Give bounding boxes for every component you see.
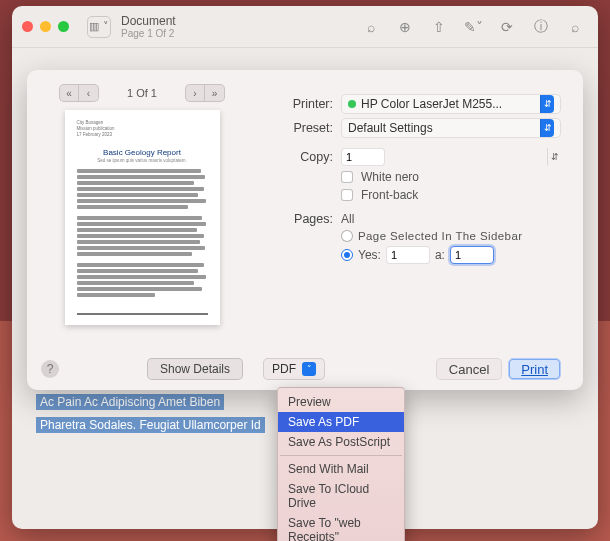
chevron-updown-icon: ⇵ [540, 119, 554, 137]
zoom-window[interactable] [58, 21, 69, 32]
doc-title: Document [121, 14, 176, 28]
menu-save-icloud[interactable]: Save To ICloud Drive [278, 479, 404, 513]
preset-select[interactable]: Default Settings ⇵ [341, 118, 561, 138]
print-button[interactable]: Print [508, 358, 561, 380]
rotate-icon[interactable]: ⟳ [498, 18, 516, 36]
show-details-button[interactable]: Show Details [147, 358, 243, 380]
zoom-icon[interactable]: ⊕ [396, 18, 414, 36]
bw-checkbox[interactable] [341, 171, 353, 183]
next-last-buttons: › » [185, 84, 225, 102]
search2-icon[interactable]: ⌕ [566, 18, 584, 36]
printer-status-icon [348, 100, 356, 108]
printer-label: Printer: [263, 97, 333, 111]
pages-to-input[interactable] [450, 246, 494, 264]
window-controls [22, 21, 69, 32]
pages-label: Pages: [263, 212, 333, 226]
menu-save-web[interactable]: Save To "web Receipts" [278, 513, 404, 541]
cancel-button[interactable]: Cancel [436, 358, 502, 380]
preset-label: Preset: [263, 121, 333, 135]
twosided-label: Front-back [361, 188, 418, 202]
twosided-checkbox[interactable] [341, 189, 353, 201]
sidebar-toggle[interactable]: ▥ ˅ [87, 16, 111, 38]
pages-range-label: Yes: [358, 248, 381, 262]
pages-from-input[interactable] [386, 246, 430, 264]
thumb-title: Basic Geology Report [77, 148, 208, 157]
thumb-sub: Sed se ipsum quis varius mauris voluptat… [77, 158, 208, 163]
pages-all: All [341, 212, 354, 226]
first-page-button[interactable]: « [59, 84, 79, 102]
titlebar: ▥ ˅ Document Page 1 Of 2 ⌕ ⊕ ⇧ ✎˅ ⟳ ⓘ ⌕ [12, 6, 598, 48]
page-indicator: 1 Of 1 [127, 87, 157, 99]
menu-separator [280, 455, 402, 456]
close-window[interactable] [22, 21, 33, 32]
copies-label: Copy: [263, 150, 333, 164]
print-preview-pane: « ‹ 1 Of 1 › » City BoxagenMission publi… [27, 70, 257, 390]
chevron-updown-icon: ⇵ [540, 95, 554, 113]
chevron-down-icon: ˅ [302, 362, 316, 376]
bw-label: White nero [361, 170, 419, 184]
print-dialog: « ‹ 1 Of 1 › » City BoxagenMission publi… [27, 70, 583, 390]
doc-title-block: Document Page 1 Of 2 [121, 14, 176, 39]
help-button[interactable]: ? [41, 360, 59, 378]
first-prev-buttons: « ‹ [59, 84, 99, 102]
pages-selected-label: Page Selected In The Sidebar [358, 230, 522, 242]
toolbar-right: ⌕ ⊕ ⇧ ✎˅ ⟳ ⓘ ⌕ [362, 18, 584, 36]
last-page-button[interactable]: » [205, 84, 225, 102]
menu-preview[interactable]: Preview [278, 392, 404, 412]
pdf-menu: Preview Save As PDF Save As PostScript S… [277, 387, 405, 541]
copies-stepper[interactable]: ⇵ [547, 148, 561, 166]
printer-select[interactable]: HP Color LaserJet M255... ⇵ [341, 94, 561, 114]
doc-subtitle: Page 1 Of 2 [121, 28, 176, 39]
hyperlink-span[interactable]: Pharetra Sodales. Feugiat Ullamcorper Id [36, 417, 265, 433]
next-page-button[interactable]: › [185, 84, 205, 102]
menu-save-ps[interactable]: Save As PostScript [278, 432, 404, 452]
pdf-dropdown[interactable]: PDF ˅ [263, 358, 325, 380]
markup-icon[interactable]: ⓘ [532, 18, 550, 36]
menu-send-mail[interactable]: Send With Mail [278, 459, 404, 479]
pages-selected-radio[interactable] [341, 230, 353, 242]
pages-to-label: a: [435, 248, 445, 262]
search-icon[interactable]: ⌕ [362, 18, 380, 36]
print-options-pane: Printer: HP Color LaserJet M255... ⇵ Pre… [257, 70, 583, 390]
prev-page-button[interactable]: ‹ [79, 84, 99, 102]
page-thumbnail: City BoxagenMission publication17 Februa… [65, 110, 220, 325]
copies-input[interactable] [341, 148, 385, 166]
menu-save-pdf[interactable]: Save As PDF [278, 412, 404, 432]
minimize-window[interactable] [40, 21, 51, 32]
hyperlink-span[interactable]: Ac Pain Ac Adipiscing Amet Biben [36, 394, 224, 410]
pages-range-radio[interactable] [341, 249, 353, 261]
share-icon[interactable]: ⇧ [430, 18, 448, 36]
highlight-icon[interactable]: ✎˅ [464, 18, 482, 36]
